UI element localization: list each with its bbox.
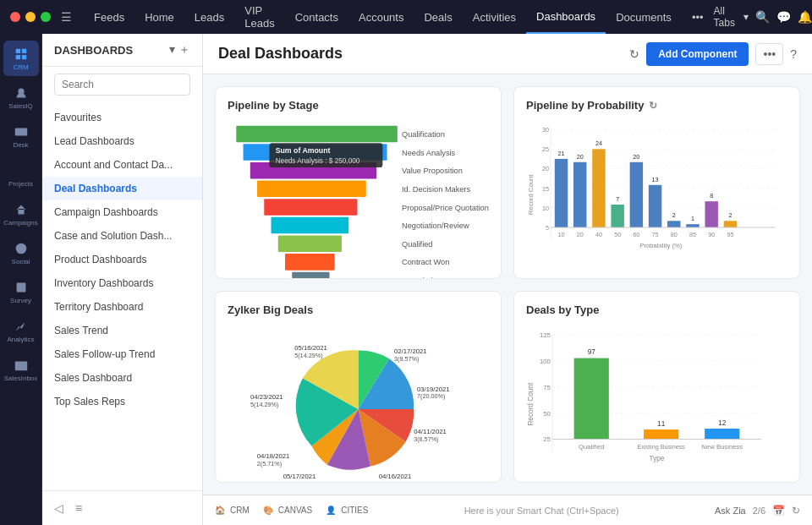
nav-leads[interactable]: Leads (184, 0, 234, 34)
sidebar-list-view-icon[interactable]: ≡ (75, 501, 82, 515)
svg-text:90: 90 (708, 231, 715, 238)
svg-text:100: 100 (540, 357, 551, 364)
svg-rect-50 (611, 205, 623, 227)
bell-icon[interactable]: 🔔 (798, 10, 812, 24)
nav-more[interactable]: ••• (682, 0, 714, 34)
sidebar-add-icon[interactable]: ＋ (178, 42, 190, 57)
svg-text:Qualification: Qualification (402, 130, 445, 139)
nav-home[interactable]: Home (134, 0, 184, 34)
refresh-button[interactable]: ↻ (629, 47, 639, 61)
iconbar-salesinbox[interactable]: SalesInbox (3, 352, 39, 387)
nav-vip-leads[interactable]: VIP Leads (234, 0, 284, 34)
minimize-window-button[interactable] (25, 12, 36, 22)
bottom-refresh-icon[interactable]: ↻ (792, 505, 800, 517)
add-component-button[interactable]: Add Component (646, 42, 749, 66)
pipeline-probability-title: Pipeline by Probability ↻ (526, 99, 787, 112)
sidebar-header-actions: ▾ ＋ (169, 42, 190, 57)
nav-feeds[interactable]: Feeds (84, 0, 134, 34)
sidebar-item-lead-dashboards[interactable]: Lead Dashboards (42, 129, 202, 153)
dashboard-grid: Pipeline by Stage (203, 74, 812, 495)
zylker-big-deals-title: Zylker Big Deals (228, 304, 489, 316)
iconbar-analytics[interactable]: Analytics (3, 313, 39, 348)
pipeline-stage-title: Pipeline by Stage (228, 99, 489, 112)
sidebar-item-top-sales-reps[interactable]: Top Sales Reps (42, 390, 202, 413)
svg-text:50: 50 (614, 231, 621, 238)
bottom-calendar-icon[interactable]: 📅 (772, 505, 785, 517)
svg-text:Record Count: Record Count (527, 174, 535, 215)
svg-text:2: 2 (672, 211, 676, 219)
crm-bottom-icon: 🏠 (215, 506, 225, 515)
svg-text:11: 11 (657, 419, 666, 427)
svg-text:Record Count: Record Count (527, 382, 535, 426)
svg-text:85: 85 (689, 231, 696, 238)
svg-text:5(14.29%): 5(14.29%) (283, 479, 311, 483)
chat-icon[interactable]: 💬 (776, 10, 791, 24)
nav-deals[interactable]: Deals (414, 0, 462, 34)
nav-dashboards[interactable]: Dashboards (526, 0, 606, 34)
window-controls (10, 12, 51, 22)
help-button[interactable]: ? (790, 47, 797, 61)
pie-chart-svg: 02/17/2021 3(8.57%) 03/19/2021 7(20.00%)… (228, 325, 489, 484)
iconbar-survey[interactable]: Survey (3, 274, 39, 309)
bottom-bar: 🏠 CRM 🎨 CANVAS 👤 CITIES Here is your Sma… (203, 495, 812, 525)
ask-zia-button[interactable]: Ask Zia (715, 506, 746, 516)
maximize-window-button[interactable] (41, 12, 51, 22)
search-icon[interactable]: 🔍 (755, 10, 770, 24)
sidebar-item-sales-followup[interactable]: Sales Follow-up Trend (42, 342, 202, 366)
svg-text:5: 5 (546, 224, 549, 232)
hamburger-menu-icon[interactable]: ☰ (61, 10, 72, 24)
sidebar-item-favourites[interactable]: Favourites (42, 106, 202, 129)
nav-contacts[interactable]: Contacts (285, 0, 348, 34)
svg-text:5(14.29%): 5(14.29%) (379, 479, 407, 483)
nav-documents[interactable]: Documents (606, 0, 682, 34)
funnel-chart: Qualification Needs Analysis Value Propo… (228, 120, 489, 279)
svg-text:7(20.00%): 7(20.00%) (417, 392, 445, 400)
sidebar-dropdown-icon[interactable]: ▾ (169, 42, 175, 57)
deals-by-type-card: Deals by Type Record Count 125 (513, 291, 800, 484)
sidebar-item-sales-trend[interactable]: Sales Trend (42, 319, 202, 342)
sidebar-item-deal-dashboards[interactable]: Deal Dashboards (42, 177, 202, 200)
svg-rect-106 (644, 429, 678, 439)
svg-rect-16 (285, 254, 335, 271)
svg-text:Existing Business: Existing Business (637, 442, 685, 450)
iconbar-projects[interactable]: Projects (3, 157, 39, 193)
sidebar-collapse-icon[interactable]: ◁ (54, 501, 63, 515)
bottom-bar-right: Ask Zia 2/6 📅 ↻ (715, 505, 800, 517)
sidebar-item-campaign-dashboards[interactable]: Campaign Dashboards (42, 200, 202, 224)
refresh-chart-icon[interactable]: ↻ (649, 100, 657, 112)
svg-text:Type: Type (650, 455, 665, 462)
sidebar-item-sales-dashboard[interactable]: Sales Dashboard (42, 366, 202, 390)
canvas-bottom-item[interactable]: 🎨 CANVAS (263, 506, 312, 515)
canvas-bottom-icon: 🎨 (263, 506, 273, 515)
crm-bottom-item[interactable]: 🏠 CRM (215, 506, 250, 515)
sidebar-item-account-contact[interactable]: Account and Contact Da... (42, 153, 202, 177)
svg-rect-17 (292, 272, 329, 279)
cities-bottom-item[interactable]: 👤 CITIES (326, 506, 368, 515)
smart-chat-label[interactable]: Here is your Smart Chat (Ctrl+Space) (381, 506, 701, 516)
close-window-button[interactable] (10, 12, 20, 22)
sidebar-search-input[interactable] (54, 74, 190, 96)
sidebar-item-case-solution[interactable]: Case and Solution Dash... (42, 224, 202, 248)
nav-accounts[interactable]: Accounts (348, 0, 414, 34)
nav-activities[interactable]: Activities (463, 0, 526, 34)
iconbar-social[interactable]: Social (3, 235, 39, 271)
svg-rect-104 (574, 358, 609, 439)
svg-rect-56 (667, 221, 680, 227)
iconbar-campaigns[interactable]: Campaigns (3, 196, 39, 232)
svg-rect-0 (15, 48, 19, 52)
sidebar-item-product-dashboards[interactable]: Product Dashboards (42, 248, 202, 271)
sidebar-search-container (42, 67, 202, 102)
svg-rect-52 (630, 162, 643, 227)
svg-text:20: 20 (577, 231, 584, 238)
all-tabs-button[interactable]: All Tabs ▾ (714, 5, 749, 29)
sidebar-item-territory-dashboard[interactable]: Territory Dashboard (42, 295, 202, 319)
svg-text:Needs Analysis: Needs Analysis (402, 149, 456, 157)
svg-text:2(5.71%): 2(5.71%) (257, 459, 282, 467)
iconbar-desk[interactable]: Desk (3, 118, 39, 154)
iconbar-salesiq[interactable]: SalesIQ (3, 79, 39, 115)
iconbar-crm[interactable]: CRM (3, 41, 39, 76)
svg-rect-14 (272, 217, 349, 234)
svg-text:13: 13 (652, 176, 659, 183)
sidebar-item-inventory-dashboards[interactable]: Inventory Dashboards (42, 271, 202, 295)
more-options-button[interactable]: ••• (755, 43, 783, 65)
